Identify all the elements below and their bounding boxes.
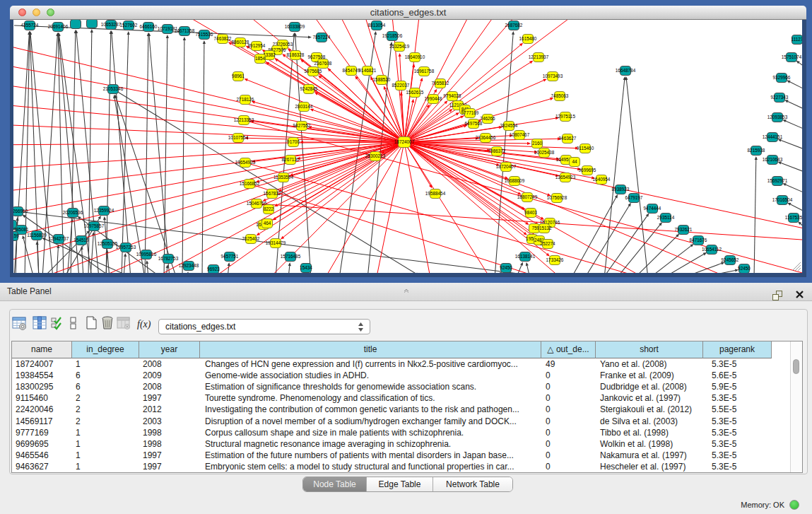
table-cell[interactable]: 5.3E-5 [703,358,772,370]
table-cell[interactable]: 1 [72,358,139,370]
table-cell[interactable]: Estimation of significance thresholds fo… [200,381,541,393]
table-cell[interactable]: Embryonic stem cells: a model to study s… [200,461,541,473]
column-pair-icon[interactable] [71,317,76,329]
table-cell[interactable]: 0 [541,416,596,428]
panel-splitter-grip[interactable] [404,283,409,288]
function-builder-icon[interactable]: f(x) [137,319,151,330]
table-cell[interactable]: Yano et al. (2008) [596,358,703,370]
table-cell[interactable]: 5.3E-5 [703,416,772,428]
graph-window-title: citations_edges.txt [10,6,806,19]
table-cell[interactable]: 2 [72,392,139,404]
table-cell[interactable]: 5.3E-5 [703,427,772,439]
table-cell[interactable]: 6 [72,370,139,382]
table-cell[interactable]: 9463627 [12,461,72,473]
select-rows-icon[interactable] [52,317,61,329]
table-cell[interactable]: Corpus callosum shape and size in male p… [200,427,541,439]
float-window-icon[interactable] [772,291,784,302]
table-cell[interactable]: 9115460 [12,392,72,404]
table-cell[interactable]: Dudbridge et al. (2008) [596,381,703,393]
table-cell[interactable]: 1997 [139,461,200,473]
table-column-icon[interactable] [33,317,46,329]
scrollbar-thumb[interactable] [793,359,799,374]
table-cell[interactable]: 2 [72,416,139,428]
column-header-year[interactable]: year [139,341,200,358]
table-cell[interactable]: 5.5E-5 [703,404,772,416]
table-cell[interactable]: Tourette syndrome. Phenomenology and cla… [200,392,541,404]
table-cell[interactable]: 9777169 [12,427,72,439]
table-cell[interactable]: 5.6E-5 [703,370,772,382]
table-cell[interactable]: 1 [72,427,139,439]
table-cell[interactable]: 0 [541,427,596,439]
table-cell[interactable]: 0 [541,450,596,462]
column-header-title[interactable]: title [200,341,541,358]
table-cell[interactable]: 1 [72,450,139,462]
table-cell[interactable]: 5.3E-5 [703,450,772,462]
table-cell[interactable]: 5.3E-5 [703,392,772,404]
table-cell[interactable]: 1998 [139,438,200,450]
table-cell[interactable]: Estimation of the future numbers of pati… [200,450,541,462]
column-header-short[interactable]: short [596,341,703,358]
table-cell[interactable]: 1997 [139,450,200,462]
column-header-out_de[interactable]: △ out_de... [541,341,596,358]
close-panel-icon[interactable] [795,289,804,301]
table-cell[interactable]: 14569117 [12,416,72,428]
table-cell[interactable]: 0 [541,404,596,416]
table-cell[interactable]: Disruption of a novel member of a sodium… [200,416,541,428]
table-cell[interactable]: Franke et al. (2009) [596,370,703,382]
table-cell[interactable]: Nakamura et al. (1997) [596,450,703,462]
table-cell[interactable]: de Silva et al. (2003) [596,416,703,428]
table-cell[interactable]: 2009 [139,370,200,382]
table-cell[interactable]: 0 [541,370,596,382]
table-cell[interactable]: Jankovic et al. (1997) [596,392,703,404]
table-cell[interactable]: Stergiakouli et al. (2012) [596,404,703,416]
delete-icon[interactable] [102,317,112,329]
tab-edge-table[interactable]: Edge Table [367,477,433,491]
close-traffic-light[interactable] [18,8,26,16]
table-settings-icon[interactable] [13,317,26,330]
table-cell[interactable]: 2012 [139,404,200,416]
table-cell[interactable]: 9699695 [12,438,72,450]
minimize-traffic-light[interactable] [33,8,40,16]
table-cell[interactable]: 0 [541,381,596,393]
table-cell[interactable]: Changes of HCN gene expression and I(f) … [200,358,541,370]
table-cell[interactable]: 2008 [139,358,200,370]
table-cell[interactable]: 1 [72,438,139,450]
table-cell[interactable]: 6 [72,381,139,393]
table-cell[interactable]: 2003 [139,416,200,428]
graph-node[interactable] [87,20,98,28]
table-cell[interactable]: Genome-wide association studies in ADHD. [200,370,541,382]
column-header-name[interactable]: name [12,341,72,358]
tab-node-table[interactable]: Node Table [303,477,367,491]
table-cell[interactable]: 0 [541,392,596,404]
table-cell[interactable]: Hescheler et al. (1997) [596,461,703,473]
network-canvas[interactable]: 4355724206914061065328715276026466160107… [13,20,802,273]
table-cell[interactable]: 5.9E-5 [703,381,772,393]
table-cell[interactable]: Wolkin et al. (1998) [596,438,703,450]
table-cell[interactable]: Investigating the contribution of common… [200,404,541,416]
table-cell[interactable]: Tibbo et al. (1998) [596,427,703,439]
table-cell[interactable]: 19384554 [12,370,72,382]
table-cell[interactable]: 2008 [139,381,200,393]
table-cell[interactable]: 5.3E-5 [703,438,772,450]
table-cell[interactable]: 1997 [139,392,200,404]
column-header-pagerank[interactable]: pagerank [703,341,772,358]
table-cell[interactable]: 0 [541,438,596,450]
graph-node[interactable] [71,20,81,29]
tab-network-table[interactable]: Network Table [433,477,512,491]
graph-window-titlebar[interactable]: citations_edges.txt [10,6,806,20]
table-cell[interactable]: 18300295 [12,381,72,393]
column-header-in_degree[interactable]: in_degree [72,341,139,358]
table-cell[interactable]: 1998 [139,427,200,439]
table-cell[interactable]: 49 [541,358,596,370]
table-cell[interactable]: 9465546 [12,450,72,462]
new-file-icon[interactable] [87,317,96,329]
table-cell[interactable]: 2 [72,404,139,416]
zoom-traffic-light[interactable] [47,8,54,16]
table-cell[interactable]: 5.3E-5 [703,461,772,473]
table-cell[interactable]: 0 [541,461,596,473]
table-cell[interactable]: 22420046 [12,404,72,416]
table-cell[interactable]: Structural magnetic resonance image aver… [200,438,541,450]
table-cell[interactable]: 1 [72,461,139,473]
table-cell[interactable]: 18724007 [12,358,72,370]
table-select-dropdown[interactable]: citations_edges.txt [158,319,370,334]
